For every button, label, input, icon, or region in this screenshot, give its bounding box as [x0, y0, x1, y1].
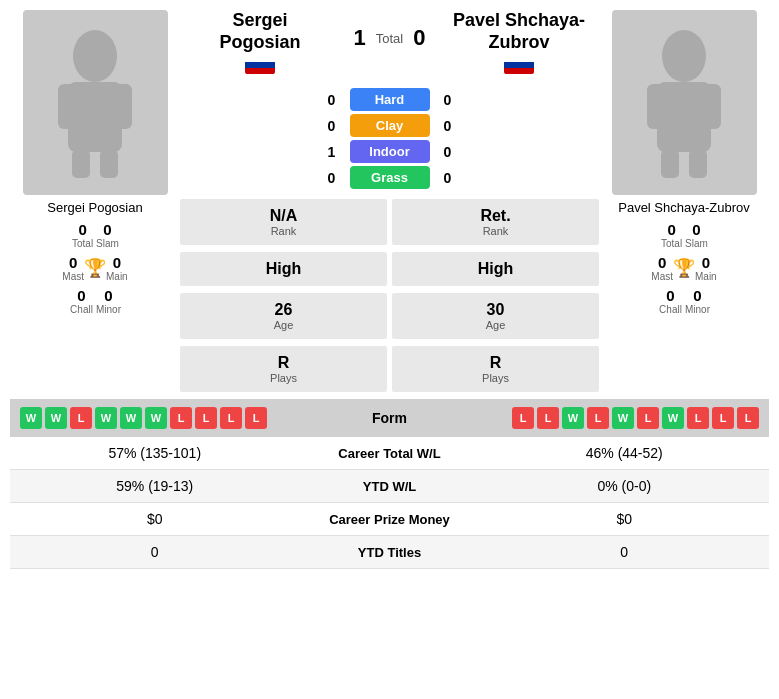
right-rank-panel: Ret. Rank — [392, 199, 599, 245]
left-minor-group: 0 Minor — [96, 287, 121, 315]
right-player-stats: 0 Total 0 Slam — [655, 218, 713, 252]
left-player-stats: 0 Total 0 Slam — [66, 218, 124, 252]
form-badges-left: W W L W W W L L L L — [20, 407, 330, 429]
form-label: Form — [330, 410, 450, 426]
right-plays-val: R — [397, 354, 594, 372]
left-form-badge-8: L — [220, 407, 242, 429]
indoor-button[interactable]: Indoor — [350, 140, 430, 163]
right-trophy-icon: 🏆 — [673, 257, 695, 279]
stat-row-career-wl: 57% (135-101) Career Total W/L 46% (44-5… — [10, 437, 769, 470]
left-player-col: Sergei Pogosian 0 Total 0 Slam 0 Mast 🏆 — [10, 10, 180, 394]
ytd-titles-right: 0 — [490, 544, 760, 560]
career-wl-left: 57% (135-101) — [20, 445, 290, 461]
surface-row-clay: 0 Clay 0 — [180, 114, 599, 137]
ytd-titles-label: YTD Titles — [290, 545, 490, 560]
left-chall-group: 0 Chall — [69, 287, 94, 315]
left-form-badge-3: W — [95, 407, 117, 429]
left-chall-val: 0 — [69, 287, 94, 304]
indoor-right-score: 0 — [438, 144, 458, 160]
right-chall-stats: 0 Chall 0 Minor — [653, 284, 715, 318]
right-age-label: Age — [397, 319, 594, 331]
grass-button[interactable]: Grass — [350, 166, 430, 189]
left-age-label: Age — [185, 319, 382, 331]
stat-row-ytd-titles: 0 YTD Titles 0 — [10, 536, 769, 569]
left-form-badge-7: L — [195, 407, 217, 429]
names-row: SergeiPogosian 1 Total 0 Pavel Shchaya-Z… — [180, 10, 599, 77]
right-minor-label: Minor — [685, 304, 710, 315]
score-row: 1 Total 0 — [354, 25, 426, 51]
right-name-header: Pavel Shchaya-Zubrov — [439, 10, 599, 77]
hard-left-score: 0 — [322, 92, 342, 108]
total-label: Total — [376, 31, 403, 46]
right-mast-val: 0 — [651, 254, 673, 271]
left-chall-stats: 0 Chall 0 Minor — [64, 284, 126, 318]
right-slam-label: Slam — [685, 238, 708, 249]
left-name-display: SergeiPogosian — [180, 10, 340, 53]
right-form-badge-1: L — [537, 407, 559, 429]
left-mast-val: 0 — [62, 254, 84, 271]
prize-label: Career Prize Money — [290, 512, 490, 527]
left-main-label: Main — [106, 271, 128, 282]
prize-left: $0 — [20, 511, 290, 527]
left-flag — [245, 56, 275, 74]
right-flag — [504, 56, 534, 74]
stats-table: 57% (135-101) Career Total W/L 46% (44-5… — [10, 437, 769, 569]
left-player-name: Sergei Pogosian — [47, 200, 142, 215]
left-plays-val: R — [185, 354, 382, 372]
clay-right-score: 0 — [438, 118, 458, 134]
svg-rect-3 — [114, 84, 132, 129]
svg-rect-4 — [72, 150, 90, 178]
left-minor-label: Minor — [96, 304, 121, 315]
left-age-panel: 26 Age — [180, 293, 387, 339]
left-name-header: SergeiPogosian — [180, 10, 340, 77]
left-slam-val: 0 — [96, 221, 119, 238]
surface-row-grass: 0 Grass 0 — [180, 166, 599, 189]
right-slam-group: 0 Slam — [685, 221, 708, 249]
left-slam-label: Slam — [96, 238, 119, 249]
right-main-group: 0 Main — [695, 254, 717, 282]
career-wl-label: Career Total W/L — [290, 446, 490, 461]
right-name-display: Pavel Shchaya-Zubrov — [439, 10, 599, 53]
right-mast-group: 0 Mast — [651, 254, 673, 282]
prize-right: $0 — [490, 511, 760, 527]
left-player-silhouette — [50, 28, 140, 178]
right-chall-val: 0 — [658, 287, 683, 304]
hard-right-score: 0 — [438, 92, 458, 108]
right-mast-label: Mast — [651, 271, 673, 282]
main-container: Sergei Pogosian 0 Total 0 Slam 0 Mast 🏆 — [0, 0, 779, 579]
svg-rect-2 — [58, 84, 76, 129]
svg-point-0 — [73, 30, 117, 82]
left-main-val: 0 — [106, 254, 128, 271]
svg-rect-8 — [647, 84, 665, 129]
clay-button[interactable]: Clay — [350, 114, 430, 137]
left-form-badge-5: W — [145, 407, 167, 429]
right-info-panels: Ret. Rank High 30 Age R Plays — [392, 197, 599, 394]
left-minor-val: 0 — [96, 287, 121, 304]
right-player-photo — [612, 10, 757, 195]
left-slam-group: 0 Slam — [96, 221, 119, 249]
right-age-val: 30 — [397, 301, 594, 319]
svg-rect-1 — [68, 82, 122, 152]
left-plays-label: Plays — [185, 372, 382, 384]
left-rank-val: N/A — [185, 207, 382, 225]
left-high-panel: High — [180, 252, 387, 286]
grass-right-score: 0 — [438, 170, 458, 186]
right-player-silhouette — [639, 28, 729, 178]
indoor-left-score: 1 — [322, 144, 342, 160]
right-high-panel: High — [392, 252, 599, 286]
right-main-label: Main — [695, 271, 717, 282]
right-rank-val: Ret. — [397, 207, 594, 225]
surface-row-indoor: 1 Indoor 0 — [180, 140, 599, 163]
right-age-panel: 30 Age — [392, 293, 599, 339]
left-rank-label: Rank — [185, 225, 382, 237]
right-trophy-row: 0 Mast 🏆 0 Main — [641, 252, 726, 284]
right-main-val: 0 — [695, 254, 717, 271]
center-scores: 1 Total 0 — [340, 10, 439, 77]
hard-button[interactable]: Hard — [350, 88, 430, 111]
right-form-badge-2: W — [562, 407, 584, 429]
left-main-group: 0 Main — [106, 254, 128, 282]
left-age-val: 26 — [185, 301, 382, 319]
form-badges-right: L L W L W L W L L L — [450, 407, 760, 429]
right-player-name: Pavel Shchaya-Zubrov — [618, 200, 750, 215]
ytd-wl-right: 0% (0-0) — [490, 478, 760, 494]
